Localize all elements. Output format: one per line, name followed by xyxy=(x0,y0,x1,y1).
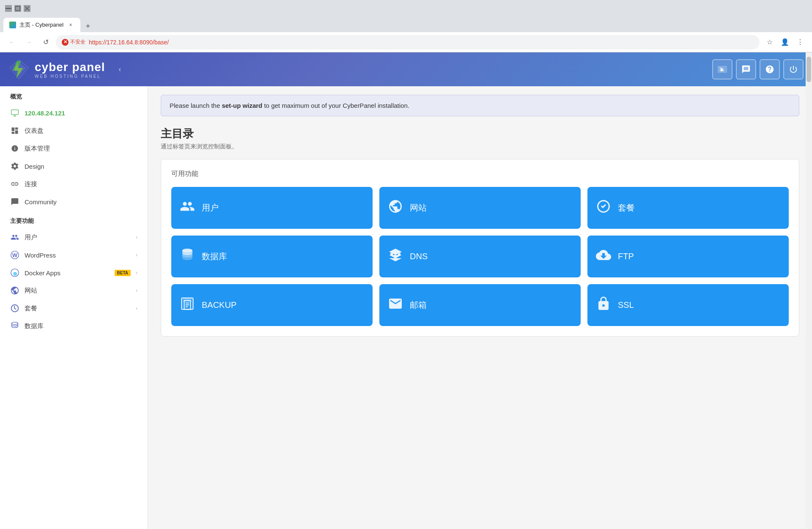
back-button[interactable]: ← xyxy=(5,36,19,49)
sidebar-item-dashboard[interactable]: 仪表盘 xyxy=(0,122,148,140)
feature-email-icon xyxy=(388,296,403,314)
wizard-text-pre: Please launch the xyxy=(170,102,222,109)
sidebar-item-packages[interactable]: 套餐 › xyxy=(0,299,148,317)
dashboard-icon xyxy=(10,126,19,135)
feature-backup-label: BACKUP xyxy=(202,300,236,310)
tab-favicon xyxy=(9,22,16,28)
maximize-button[interactable] xyxy=(14,5,21,12)
sidebar-section-main: 主要功能 xyxy=(0,211,148,228)
sidebar-wordpress-label: WordPress xyxy=(25,252,131,259)
wordpress-arrow: › xyxy=(136,252,137,258)
svg-text:🌐: 🌐 xyxy=(13,272,17,276)
main-content: Please launch the set-up wizard to get m… xyxy=(148,86,812,529)
close-button[interactable] xyxy=(24,5,30,12)
header-actions: ▶ You Tube xyxy=(712,59,804,79)
profile-button[interactable]: 👤 xyxy=(778,36,792,49)
sidebar-packages-label: 套餐 xyxy=(25,304,131,312)
support-button[interactable] xyxy=(760,59,780,79)
packages-icon xyxy=(10,304,19,313)
svg-rect-20 xyxy=(398,253,401,255)
scrollbar-thumb[interactable] xyxy=(807,57,811,82)
feature-ftp-label: FTP xyxy=(618,252,634,261)
feature-databases-button[interactable]: 数据库 xyxy=(171,236,373,277)
active-tab[interactable]: 主页 - Cyberpanel × xyxy=(3,18,80,32)
sidebar-connect-label: 连接 xyxy=(25,180,137,188)
feature-packages-icon xyxy=(596,199,611,217)
tab-close-button[interactable]: × xyxy=(67,21,74,29)
feature-packages-button[interactable]: 套餐 xyxy=(587,187,789,229)
wizard-banner: Please launch the set-up wizard to get m… xyxy=(161,95,799,116)
sidebar-item-ip[interactable]: 120.48.24.121 xyxy=(0,104,148,122)
power-button[interactable] xyxy=(783,59,804,79)
sidebar-item-wordpress[interactable]: W WordPress › xyxy=(0,246,148,264)
feature-users-label: 用户 xyxy=(202,202,219,214)
omnibar: ← → ↺ ✕ 不安全 https://172.16.64.8:8090/bas… xyxy=(0,32,812,52)
sidebar-version-label: 版本管理 xyxy=(25,145,137,153)
feature-users-button[interactable]: 用户 xyxy=(171,187,373,229)
feature-backup-icon xyxy=(180,296,195,314)
features-card: 可用功能 用户 xyxy=(161,159,799,337)
logo-area: cyber panel WEB HOSTING PANEL ‹ xyxy=(8,59,121,80)
collapse-sidebar-button[interactable]: ‹ xyxy=(119,66,121,73)
logo-name: cyber panel xyxy=(35,60,105,74)
features-title: 可用功能 xyxy=(171,170,789,178)
users-arrow: › xyxy=(136,234,137,240)
sidebar-item-databases[interactable]: 数据库 xyxy=(0,317,148,335)
url-text: https://172.16.64.8:8090/base/ xyxy=(89,39,169,46)
sidebar-item-connect[interactable]: 连接 xyxy=(0,175,148,193)
design-icon xyxy=(10,162,19,171)
forward-button[interactable]: → xyxy=(22,36,36,49)
logo-text: cyber panel WEB HOSTING PANEL xyxy=(35,60,105,79)
monitor-icon xyxy=(10,108,19,118)
feature-databases-icon xyxy=(180,247,195,266)
websites-icon xyxy=(10,286,19,295)
websites-arrow: › xyxy=(136,288,137,293)
svg-rect-19 xyxy=(390,253,393,255)
sidebar-item-websites[interactable]: 网站 › xyxy=(0,282,148,299)
feature-websites-button[interactable]: 网站 xyxy=(379,187,581,229)
wordpress-icon: W xyxy=(10,250,19,260)
security-badge: ✕ 不安全 xyxy=(62,38,85,46)
omnibar-actions: ☆ 👤 ⋮ xyxy=(763,36,807,49)
svg-rect-1 xyxy=(16,6,20,11)
sidebar-item-users[interactable]: 用户 › xyxy=(0,228,148,246)
menu-button[interactable]: ⋮ xyxy=(793,36,807,49)
sidebar-docker-label: Docker Apps xyxy=(25,269,110,277)
sidebar-item-design[interactable]: Design xyxy=(0,157,148,175)
minimize-button[interactable] xyxy=(5,5,12,12)
scrollbar-track[interactable] xyxy=(806,52,812,529)
wizard-link[interactable]: set-up wizard xyxy=(222,102,262,109)
feature-ftp-button[interactable]: FTP xyxy=(587,236,789,277)
features-grid: 用户 网站 xyxy=(171,187,789,326)
sidebar-item-docker[interactable]: 🌐 Docker Apps BETA › xyxy=(0,264,148,282)
logo-bold: panel xyxy=(72,60,105,74)
feature-email-button[interactable]: 邮箱 xyxy=(379,284,581,326)
packages-arrow: › xyxy=(136,305,137,311)
databases-icon xyxy=(10,321,19,331)
logo-thin: cyber xyxy=(35,60,72,74)
feature-dns-button[interactable]: DNS xyxy=(379,236,581,277)
feature-ssl-button[interactable]: SSL xyxy=(587,284,789,326)
app-container: cyber panel WEB HOSTING PANEL ‹ ▶ You Tu… xyxy=(0,52,812,529)
feature-packages-label: 套餐 xyxy=(618,202,635,214)
sidebar: 概览 120.48.24.121 仪表盘 xyxy=(0,86,148,529)
refresh-button[interactable]: ↺ xyxy=(39,36,52,49)
security-label: 不安全 xyxy=(70,38,85,46)
tab-bar: 主页 - Cyberpanel × + xyxy=(0,17,812,32)
docker-arrow: › xyxy=(136,270,137,276)
youtube-button[interactable]: ▶ You Tube xyxy=(712,59,732,79)
chat-button[interactable] xyxy=(736,59,756,79)
sidebar-databases-label: 数据库 xyxy=(25,322,137,330)
sidebar-section-overview: 概览 xyxy=(0,86,148,104)
sidebar-community-label: Community xyxy=(25,198,137,206)
page-title: 主目录 xyxy=(161,126,799,141)
sidebar-websites-label: 网站 xyxy=(25,287,131,295)
address-bar[interactable]: ✕ 不安全 https://172.16.64.8:8090/base/ xyxy=(56,35,760,49)
bookmark-button[interactable]: ☆ xyxy=(763,36,776,49)
feature-websites-icon xyxy=(388,199,403,217)
sidebar-item-version[interactable]: 版本管理 xyxy=(0,140,148,157)
feature-backup-button[interactable]: BACKUP xyxy=(171,284,373,326)
new-tab-button[interactable]: + xyxy=(82,20,94,32)
sidebar-item-community[interactable]: Community xyxy=(0,193,148,211)
feature-dns-icon xyxy=(388,247,403,266)
